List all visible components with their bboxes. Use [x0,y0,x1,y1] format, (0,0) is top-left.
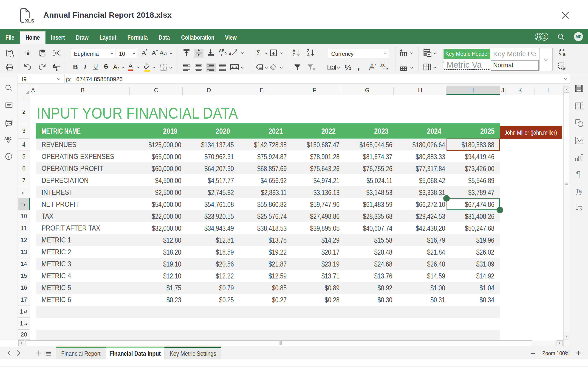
svg-text:A: A [307,53,310,57]
svg-text:a: a [164,51,167,56]
svg-text:Ta: Ta [576,188,582,194]
svg-text:%: % [345,63,351,71]
svg-text:A: A [152,49,156,56]
svg-text:A: A [229,52,232,56]
svg-text:B: B [563,52,566,56]
svg-text:.00: .00 [380,63,385,67]
svg-text:¶: ¶ [576,170,580,178]
svg-text:A: A [293,49,295,53]
svg-text:Σ: Σ [256,49,261,57]
svg-text:A: A [159,50,164,57]
svg-text:A: A [141,49,146,57]
svg-text:,: , [357,65,360,71]
svg-text:Z: Z [307,49,309,53]
svg-text:XLS: XLS [25,18,34,23]
svg-text:2: 2 [543,34,546,40]
svg-text:AB: AB [219,49,225,53]
svg-text:A: A [562,48,565,52]
svg-text:Z: Z [293,53,295,57]
svg-text:.0: .0 [370,63,373,67]
